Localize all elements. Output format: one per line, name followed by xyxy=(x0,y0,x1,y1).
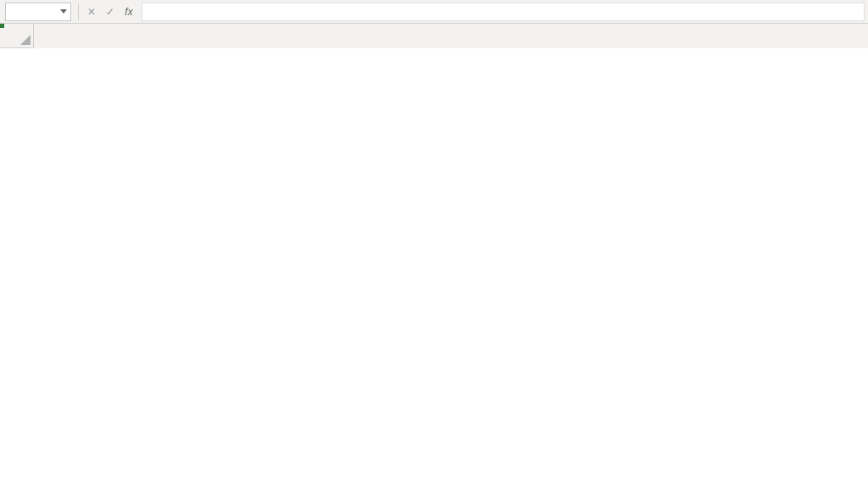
fx-icon[interactable]: fx xyxy=(120,3,137,20)
column-header-row xyxy=(0,24,868,48)
cancel-icon[interactable]: ✕ xyxy=(83,3,100,20)
separator xyxy=(78,3,79,20)
formula-bar: ✕ ✓ fx xyxy=(0,0,868,24)
formula-input[interactable] xyxy=(142,3,865,21)
name-box-dropdown-icon[interactable] xyxy=(60,9,67,14)
select-all-corner[interactable] xyxy=(0,24,34,48)
grid-body[interactable] xyxy=(0,48,868,488)
name-box[interactable] xyxy=(5,3,71,21)
enter-icon[interactable]: ✓ xyxy=(102,3,119,20)
spreadsheet-grid[interactable] xyxy=(0,24,868,488)
